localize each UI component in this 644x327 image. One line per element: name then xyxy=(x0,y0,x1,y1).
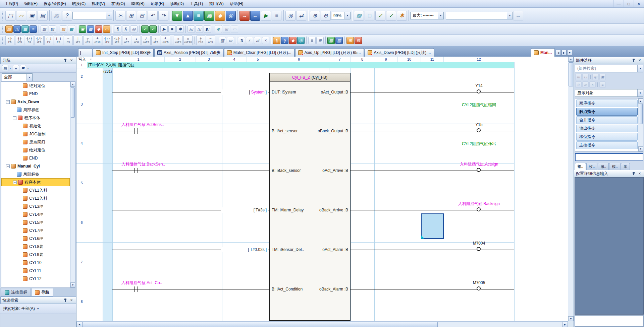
tab-history[interactable]: 履.. xyxy=(598,163,609,170)
tree-item-program[interactable]: CYL12 xyxy=(1,275,70,283)
display-target-select[interactable]: 显示对象:▼ xyxy=(575,89,643,97)
scroll-up-icon[interactable]: ▲ xyxy=(638,99,643,104)
align-left-icon[interactable]: ≡ xyxy=(308,37,316,44)
delete-column-icon[interactable]: × xyxy=(262,37,269,44)
max-steps-select[interactable]: 最大: --------▼ xyxy=(410,12,444,19)
tab-fragment[interactable]: ] xyxy=(78,48,92,57)
part-find-icon[interactable]: ◎ xyxy=(592,74,599,80)
parameter-icon[interactable]: ◆ xyxy=(95,25,102,33)
edit-mode-icon[interactable]: ▭ xyxy=(227,37,234,44)
monitor-read-icon[interactable]: ▥ xyxy=(335,37,343,44)
tree-item-program[interactable]: CYL6理 xyxy=(1,235,70,243)
open-contact-fkey[interactable]: ┤├F5 xyxy=(5,36,14,45)
monitor-check-icon[interactable]: ✓ xyxy=(375,11,385,21)
coil-symbol[interactable] xyxy=(477,286,481,290)
device-read-icon[interactable]: ▲ xyxy=(183,11,193,21)
label-setting-icon[interactable]: ▭ xyxy=(103,25,110,33)
window-tile-icon[interactable]: ◫ xyxy=(196,25,203,33)
editor-horizontal-scrollbar[interactable]: ◀ ▶ xyxy=(76,321,568,327)
device-comment-icon[interactable]: ▣ xyxy=(79,25,86,33)
output-device-label[interactable]: M7004 xyxy=(442,241,516,246)
tab-mater-clear[interactable]: Mater_Clear [PRG] [LD] (只读)... xyxy=(224,48,294,57)
device-diagnostics-icon[interactable]: ◆ xyxy=(215,11,225,21)
tab-parts[interactable]: 部.. xyxy=(575,163,586,170)
function-block[interactable] xyxy=(269,73,351,321)
favorite-folder-icon[interactable]: ▱ xyxy=(582,81,589,88)
edit-cursor-cell[interactable] xyxy=(421,213,444,239)
delete-row-icon[interactable]: ≠ xyxy=(246,37,253,44)
window-cascade-icon[interactable]: ◱ xyxy=(187,25,195,33)
collapse-icon[interactable]: − xyxy=(6,165,10,168)
device-memory-icon[interactable]: ▦ xyxy=(87,25,94,33)
tree-collapse-icon[interactable]: ≡ xyxy=(13,65,19,71)
tree-item-program[interactable]: 原点回归 xyxy=(1,138,70,146)
cross-reference-icon[interactable]: ▦ xyxy=(21,25,29,33)
zoom-level-select[interactable]: 99%▼ xyxy=(331,12,351,19)
branch-start-fkey[interactable]: ┐aF5 xyxy=(151,36,160,45)
tab-axis-position[interactable]: STAxis_Position [PRG] [ST] 759步 xyxy=(154,48,223,57)
gear-icon[interactable]: ✱ xyxy=(20,65,26,71)
close-icon[interactable]: × xyxy=(69,298,74,303)
insert-row-icon[interactable]: ⇅ xyxy=(238,37,245,44)
statement-edit-icon[interactable]: § xyxy=(281,37,288,44)
ladder-editor-icon[interactable]: ▥ xyxy=(41,25,48,33)
watch-apply-icon[interactable]: ↔ xyxy=(513,11,523,21)
convert-icon[interactable]: ✓ xyxy=(141,25,149,33)
collapse-icon[interactable]: − xyxy=(6,100,10,104)
parallel-falling-pulse-fkey[interactable]: ↓aF8 xyxy=(132,36,141,45)
read-from-plc-icon[interactable]: ← xyxy=(250,11,260,21)
menu-record[interactable]: 记录(R) xyxy=(148,0,167,7)
category-contact-selected[interactable]: 触点指令 xyxy=(576,108,638,116)
tab-init-step[interactable]: Init_Step [PRG] [LD] 888步 xyxy=(93,48,154,57)
category-output[interactable]: 输出指令 xyxy=(576,125,638,132)
offline-mode-icon[interactable]: ■ xyxy=(272,11,282,21)
tab-navigation[interactable]: 导航 xyxy=(31,288,53,297)
rising-pulse-fkey[interactable]: ┤↑├sF7 xyxy=(103,36,112,45)
write-to-plc-icon[interactable]: → xyxy=(239,11,250,21)
device-comment-edit-icon[interactable]: ¶ xyxy=(273,37,280,44)
tree-item-program[interactable]: JOG控制 xyxy=(1,130,70,138)
scrollbar-thumb[interactable] xyxy=(71,87,75,118)
close-icon[interactable]: × xyxy=(637,58,642,63)
collapse-icon[interactable]: − xyxy=(13,181,17,184)
paste-icon[interactable]: ⊟ xyxy=(137,11,147,21)
scroll-up-icon[interactable]: ▲ xyxy=(568,57,574,62)
pin-icon[interactable] xyxy=(631,58,636,63)
tree-display-icon[interactable]: ▤ xyxy=(2,65,8,71)
save-project-icon[interactable]: ▣ xyxy=(27,11,37,21)
menu-edit[interactable]: 编辑(E) xyxy=(21,0,41,7)
tab-manual-cyl-active[interactable]: Man... xyxy=(531,48,555,57)
align-right-icon[interactable]: ≣ xyxy=(316,37,324,44)
coil-symbol[interactable] xyxy=(477,168,481,172)
vline-fkey[interactable]: │sF9 xyxy=(73,36,83,45)
watch-expression-select[interactable]: ▼ xyxy=(446,12,513,19)
delete-branch-fkey[interactable]: ×caF9 xyxy=(174,36,183,45)
favorite-delete-icon[interactable]: × xyxy=(589,81,596,88)
menu-view[interactable]: 视图(V) xyxy=(89,0,108,7)
monitor-stop-icon[interactable]: □ xyxy=(365,11,375,21)
window-operation-select[interactable]: ▼ xyxy=(72,12,112,19)
menu-project[interactable]: 工程(P) xyxy=(2,0,21,7)
zoom-out-icon[interactable]: ⊖ xyxy=(321,11,331,21)
print-icon[interactable]: ▤ xyxy=(38,11,48,21)
tool-settings-icon[interactable]: ✱ xyxy=(176,25,184,33)
tab-library[interactable]: 库 xyxy=(621,163,630,170)
st-editor-icon[interactable]: ▧ xyxy=(49,25,56,33)
editor-vertical-scrollbar[interactable]: ▲ ▼ xyxy=(568,57,574,321)
parallel-rising-pulse-fkey[interactable]: ↑aF7 xyxy=(122,36,131,45)
tree-item-program[interactable]: CYL10 xyxy=(1,259,70,267)
menu-debug[interactable]: 调试(B) xyxy=(128,0,148,7)
coil-symbol[interactable] xyxy=(477,128,481,132)
minimize-button[interactable]: — xyxy=(613,0,624,7)
scroll-left-icon[interactable]: ◀ xyxy=(76,322,82,327)
stop-simulation-icon[interactable]: ■ xyxy=(168,25,176,33)
simulation-icon[interactable]: ▶ xyxy=(160,25,168,33)
memory-map-icon[interactable]: ▩ xyxy=(68,25,75,33)
tab-scroll-right-icon[interactable]: ▶ xyxy=(561,50,567,56)
operand-value[interactable]: [T#3s] xyxy=(221,207,268,213)
list-scrollbar[interactable]: ▲ ▼ xyxy=(638,99,643,151)
tree-item-program[interactable]: CYL9装 xyxy=(1,251,70,259)
network-title[interactable]: [Title]CYL2入料_阻挡气缸 xyxy=(87,62,514,68)
tree-item-local-label[interactable]: 局部标签 xyxy=(1,106,70,114)
close-icon[interactable]: × xyxy=(69,58,74,63)
